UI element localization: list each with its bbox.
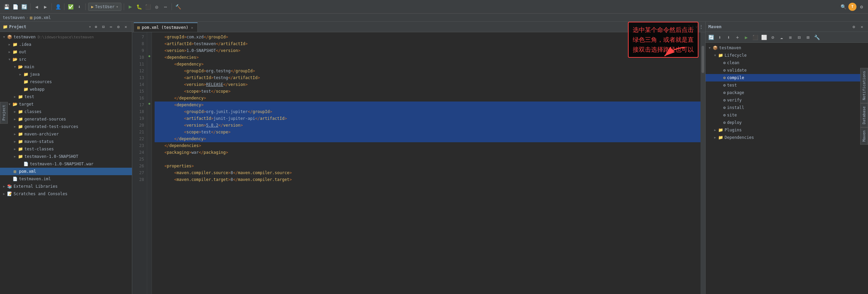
tree-label-webapp: webapp xyxy=(30,87,44,92)
tree-item-resources[interactable]: 📁 resources xyxy=(0,78,132,86)
folder-icon-classes: 📁 xyxy=(18,109,23,114)
editor-tab-pom[interactable]: ▤ pom.xml (testmaven) ✕ xyxy=(134,22,198,32)
maven-item-install[interactable]: ⚙ install xyxy=(706,104,868,111)
user-icon[interactable]: 👤 xyxy=(54,3,62,11)
side-tab-notifications[interactable]: Notifications xyxy=(860,68,868,103)
maven-item-plugins[interactable]: ▶ 📁 Plugins xyxy=(706,126,868,134)
main-layout: 📁 Project ▾ ⊕ ⊟ ↔ ⚙ ✕ ▼ 📦 testmaven D:\i… xyxy=(0,22,868,294)
maven-item-lifecycle[interactable]: ▼ 📁 Lifecycle xyxy=(706,52,868,59)
tree-item-gen-sources[interactable]: ▶ 📁 generated-sources xyxy=(0,115,132,123)
search-button[interactable]: 🔍 xyxy=(840,3,847,11)
commit-button[interactable]: ✅ xyxy=(67,3,74,11)
settings-button[interactable]: ⚙ xyxy=(858,3,865,11)
tree-item-java[interactable]: ▶ 📁 java xyxy=(0,71,132,78)
maven-diagram-icon[interactable]: ⊞ xyxy=(804,33,812,41)
tree-item-out[interactable]: ▶ 📁 out xyxy=(0,48,132,56)
update-button[interactable]: ⬇ xyxy=(76,3,83,11)
tabs-left: ▤ pom.xml (testmaven) ✕ xyxy=(132,22,682,32)
tree-item-testmaven[interactable]: ▼ 📦 testmaven D:\ideworkspace\testmaven xyxy=(0,33,132,41)
debug-button[interactable]: 🐛 xyxy=(135,3,143,11)
tree-item-main[interactable]: ▼ 📂 main xyxy=(0,63,132,71)
line-num-21: 21 xyxy=(132,129,147,135)
sync-button[interactable]: 🔄 xyxy=(20,3,28,11)
add-icon[interactable]: ⊕ xyxy=(93,23,99,30)
tree-item-pom[interactable]: ▤ pom.xml xyxy=(0,168,132,175)
maven-run-icon[interactable]: ▶ xyxy=(742,33,750,41)
code-area[interactable]: <groupId>com.xzd</groupId> <artifactId>t… xyxy=(152,32,701,294)
maven-skip-test-icon[interactable]: ⊘ xyxy=(769,33,777,41)
scrollbar-thumb[interactable] xyxy=(702,46,704,73)
maven-item-verify[interactable]: ⚙ verify xyxy=(706,96,868,104)
save-button[interactable]: 📄 xyxy=(12,3,19,11)
run-button[interactable]: ▶ xyxy=(126,3,134,11)
editor-settings-icon[interactable]: ⋮ xyxy=(699,24,703,29)
maven-item-package[interactable]: ⚙ package xyxy=(706,89,868,96)
tree-item-gen-test-sources[interactable]: ▶ 📁 generated-test-sources xyxy=(0,123,132,130)
back-button[interactable]: ◀ xyxy=(33,3,40,11)
maven-settings2-icon[interactable]: 🔧 xyxy=(813,33,821,41)
maven-item-validate[interactable]: ⚙ validate xyxy=(706,67,868,74)
side-tab-database[interactable]: Database xyxy=(860,103,868,127)
editor-scrollbar[interactable] xyxy=(701,32,705,294)
tab-close-button[interactable]: ✕ xyxy=(191,25,194,30)
maven-run-debug-icon[interactable]: ⬛ xyxy=(751,33,759,41)
horizontal-scroll-icon[interactable]: ↔ xyxy=(107,23,114,30)
tree-item-war[interactable]: 📄 testmaven-1.0-SNAPSHOT.war xyxy=(0,160,132,168)
tree-label-resources: resources xyxy=(30,79,52,84)
avatar[interactable]: T xyxy=(848,3,856,11)
tree-item-maven-archiver[interactable]: ▶ 📁 maven-archiver xyxy=(0,130,132,138)
forward-button[interactable]: ▶ xyxy=(42,3,49,11)
maven-item-test[interactable]: ⚙ test xyxy=(706,81,868,89)
maven-item-dependencies[interactable]: ▶ 📁 Dependencies xyxy=(706,134,868,141)
maven-item-compile[interactable]: ⚙ compile xyxy=(706,74,868,81)
save-all-button[interactable]: 💾 xyxy=(3,3,10,11)
maven-item-testmaven[interactable]: ▼ 📦 testmaven xyxy=(706,44,868,52)
maven-stop-icon[interactable]: ⬜ xyxy=(760,33,768,41)
close-icon[interactable]: ✕ xyxy=(122,23,129,30)
breadcrumb-project[interactable]: testmaven xyxy=(3,15,25,20)
tree-label-target: target xyxy=(19,102,34,107)
tree-item-iml[interactable]: 📄 testmaven.iml xyxy=(0,175,132,183)
breadcrumb-file[interactable]: pom.xml xyxy=(34,15,51,20)
maven-label-verify: verify xyxy=(727,98,742,103)
collapse-all-icon[interactable]: ⊟ xyxy=(100,23,107,30)
tree-item-scratches[interactable]: ▶ 📝 Scratches and Consoles xyxy=(0,190,132,198)
side-tab-maven-right[interactable]: Maven xyxy=(860,127,868,145)
tree-item-snapshot[interactable]: ▶ 📁 testmaven-1.0-SNAPSHOT xyxy=(0,153,132,160)
down-arrow-icon[interactable]: ∨ xyxy=(695,24,698,29)
maven-label-package: package xyxy=(727,90,744,95)
tree-item-test-classes[interactable]: ▶ 📁 test-classes xyxy=(0,145,132,153)
separator-2 xyxy=(52,3,52,10)
folder-icon-snapshot: 📁 xyxy=(18,154,23,159)
tree-item-target[interactable]: ▼ 📂 target xyxy=(0,100,132,108)
gear-icon[interactable]: ⚙ xyxy=(115,23,122,30)
maven-download-icon[interactable]: ⬇ xyxy=(725,33,733,41)
maven-basic-icon[interactable]: ≡ xyxy=(786,33,794,41)
maven-close-icon[interactable]: ✕ xyxy=(859,23,865,30)
maven-item-site[interactable]: ⚙ site xyxy=(706,111,868,119)
maven-item-deploy[interactable]: ⚙ deploy xyxy=(706,119,868,126)
tree-item-webapp[interactable]: 📁 webapp xyxy=(0,86,132,93)
maven-add-icon[interactable]: + xyxy=(733,33,742,41)
build-button[interactable]: 🔨 xyxy=(174,3,182,11)
maven-settings-icon[interactable]: ⚙ xyxy=(850,23,857,30)
up-arrow-icon[interactable]: ∧ xyxy=(692,24,694,29)
coverage-button[interactable]: ⬛ xyxy=(144,3,152,11)
maven-reimport-icon[interactable]: ⬇ xyxy=(716,33,724,41)
tree-item-extlibs[interactable]: ▶ 📚 External Libraries xyxy=(0,183,132,190)
maven-offline-icon[interactable]: ☁ xyxy=(777,33,786,41)
maven-item-clean[interactable]: ⚙ clean xyxy=(706,59,868,67)
tree-item-classes[interactable]: ▶ 📁 classes xyxy=(0,108,132,115)
maven-collapse-icon[interactable]: ⊟ xyxy=(795,33,803,41)
side-tab-project[interactable]: Project xyxy=(0,102,8,124)
profile-button[interactable]: ◎ xyxy=(153,3,160,11)
more-run-button[interactable]: ⋯ xyxy=(162,3,169,11)
tree-item-src[interactable]: ▼ 📂 src xyxy=(0,56,132,63)
maven-label-site: site xyxy=(727,113,737,117)
tree-item-test[interactable]: ▶ 📁 test xyxy=(0,93,132,100)
line-num-13: 13 xyxy=(132,74,147,81)
run-config-dropdown[interactable]: ▶ TestUser ▾ xyxy=(88,3,121,11)
tree-item-maven-status[interactable]: ▶ 📁 maven-status xyxy=(0,138,132,145)
maven-refresh-icon[interactable]: 🔄 xyxy=(707,33,715,41)
tree-item-idea[interactable]: ▶ 📁 .idea xyxy=(0,41,132,48)
